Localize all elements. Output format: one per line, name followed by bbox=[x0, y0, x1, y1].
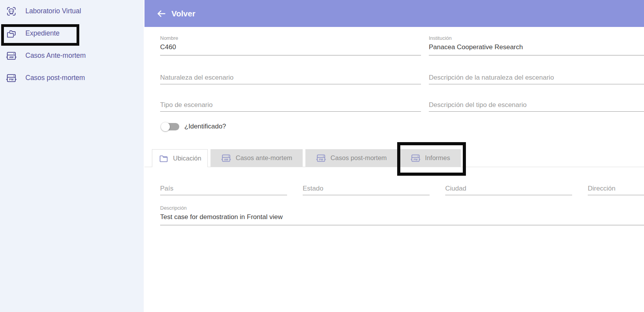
sidebar-item-laboratorio-virtual[interactable]: Laboratorio Virtual bbox=[0, 0, 144, 22]
toggle-thumb bbox=[161, 122, 170, 131]
tab-informes-wrapper: PM Informes bbox=[400, 149, 460, 167]
form-row-1: Nombre Institución bbox=[160, 35, 644, 55]
app-root: Laboratorio Virtual Expediente AM Casos … bbox=[0, 0, 644, 312]
sidebar-item-label: Casos post-mortem bbox=[25, 74, 85, 82]
tab-label: Ubicación bbox=[173, 155, 201, 162]
descripcion-label: Descripción bbox=[160, 205, 644, 211]
naturaleza-field[interactable] bbox=[160, 73, 421, 84]
sidebar-item-label: Laboratorio Virtual bbox=[25, 7, 81, 15]
am-archive-icon: AM bbox=[221, 153, 231, 163]
tipo-input[interactable] bbox=[160, 101, 421, 109]
form-row-3 bbox=[160, 101, 644, 112]
arrow-left-icon[interactable] bbox=[156, 9, 166, 19]
direccion-field[interactable] bbox=[588, 184, 644, 195]
back-header[interactable]: Volver bbox=[144, 0, 644, 27]
tab-label: Casos ante-mortem bbox=[235, 154, 292, 162]
folder-icon bbox=[159, 153, 169, 164]
am-archive-icon: AM bbox=[6, 50, 17, 61]
pm-archive-icon: PM bbox=[316, 153, 326, 163]
folders-icon bbox=[6, 28, 17, 39]
pm-archive-icon: PM bbox=[6, 73, 17, 84]
sidebar-item-casos-post-mortem[interactable]: PM Casos post-mortem bbox=[0, 67, 144, 89]
svg-text:PM: PM bbox=[9, 78, 14, 81]
nombre-input[interactable] bbox=[160, 43, 421, 52]
pais-field[interactable] bbox=[160, 184, 287, 195]
location-row bbox=[160, 184, 644, 195]
nombre-field[interactable]: Nombre bbox=[160, 35, 421, 55]
sidebar-item-expediente[interactable]: Expediente bbox=[0, 22, 144, 45]
tab-casos-ante-mortem[interactable]: AM Casos ante-mortem bbox=[211, 149, 303, 167]
institucion-input[interactable] bbox=[429, 43, 644, 52]
naturaleza-input[interactable] bbox=[160, 73, 421, 82]
naturaleza-descripcion-input[interactable] bbox=[429, 73, 644, 82]
tipo-descripcion-field[interactable] bbox=[429, 101, 644, 112]
nombre-label: Nombre bbox=[160, 35, 421, 41]
pm-archive-icon: PM bbox=[410, 153, 421, 163]
institucion-field[interactable]: Institución bbox=[429, 35, 644, 55]
institucion-label: Institución bbox=[429, 35, 644, 41]
pais-input[interactable] bbox=[160, 184, 287, 193]
skull-scan-icon bbox=[6, 6, 17, 17]
sidebar-item-label: Expediente bbox=[25, 29, 60, 37]
tipo-descripcion-input[interactable] bbox=[429, 101, 644, 109]
sidebar-item-label: Casos Ante-mortem bbox=[25, 52, 86, 60]
form-row-2 bbox=[160, 73, 644, 84]
descripcion-input[interactable] bbox=[160, 213, 644, 221]
identificado-toggle[interactable] bbox=[161, 122, 179, 131]
svg-text:PM: PM bbox=[414, 158, 417, 160]
descripcion-field[interactable]: Descripción bbox=[160, 205, 644, 225]
tipo-field[interactable] bbox=[160, 101, 421, 112]
main-panel: Volver Nombre Institución bbox=[144, 0, 644, 312]
descripcion-row: Descripción bbox=[160, 205, 644, 225]
sidebar-item-casos-ante-mortem[interactable]: AM Casos Ante-mortem bbox=[0, 45, 144, 67]
ciudad-field[interactable] bbox=[445, 184, 572, 195]
tab-label: Informes bbox=[425, 154, 450, 162]
estado-field[interactable] bbox=[303, 184, 430, 195]
tab-informes[interactable]: PM Informes bbox=[400, 149, 460, 167]
tab-casos-post-mortem[interactable]: PM Casos post-mortem bbox=[305, 149, 397, 167]
back-label[interactable]: Volver bbox=[171, 9, 195, 18]
tab-bar: Ubicación AM Casos ante-mortem PM Casos … bbox=[144, 149, 644, 167]
tab-ubicacion[interactable]: Ubicación bbox=[152, 149, 208, 167]
ciudad-input[interactable] bbox=[445, 184, 572, 193]
tab-label: Casos post-mortem bbox=[330, 154, 387, 162]
svg-text:PM: PM bbox=[319, 158, 323, 160]
identificado-row: ¿Identificado? bbox=[161, 122, 644, 131]
sidebar: Laboratorio Virtual Expediente AM Casos … bbox=[0, 0, 144, 312]
naturaleza-descripcion-field[interactable] bbox=[429, 73, 644, 84]
svg-text:AM: AM bbox=[9, 55, 13, 59]
estado-input[interactable] bbox=[303, 184, 430, 193]
svg-text:AM: AM bbox=[224, 158, 228, 160]
direccion-input[interactable] bbox=[588, 184, 644, 193]
identificado-label: ¿Identificado? bbox=[184, 123, 226, 130]
